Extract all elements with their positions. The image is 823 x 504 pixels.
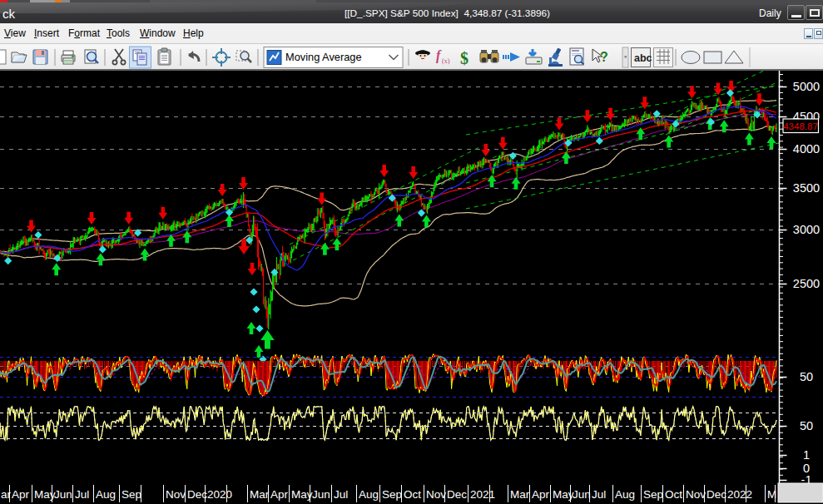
svg-text:Aug: Aug [359, 488, 379, 501]
svg-text:Jun: Jun [312, 488, 330, 501]
svg-text:Jul: Jul [592, 488, 606, 501]
svg-text:Aug: Aug [96, 488, 116, 501]
svg-text:Apr: Apr [270, 488, 289, 501]
svg-text:Dec: Dec [706, 488, 726, 501]
svg-text:Oct: Oct [404, 488, 421, 501]
svg-text:May: May [291, 488, 313, 501]
svg-text:Jul: Jul [75, 488, 89, 501]
svg-text:Nov: Nov [686, 488, 706, 501]
svg-text:5000: 5000 [793, 80, 820, 93]
svg-text:50: 50 [800, 419, 813, 432]
svg-text:4348.87: 4348.87 [783, 121, 818, 131]
svg-text:May: May [553, 488, 574, 501]
svg-text:Sep: Sep [382, 488, 402, 501]
svg-text:2022: 2022 [727, 488, 752, 501]
svg-text:ar: ar [1, 488, 12, 501]
svg-text:Jun: Jun [573, 488, 591, 501]
svg-text:2500: 2500 [793, 277, 820, 290]
svg-text:Aug: Aug [615, 488, 635, 501]
svg-text:Moving Average: Moving Average [285, 51, 362, 63]
svg-text:Dec: Dec [187, 488, 207, 501]
svg-text:Jun: Jun [54, 488, 72, 501]
svg-text:abc: abc [634, 52, 652, 64]
svg-text:Nov: Nov [426, 488, 446, 501]
svg-text:Jul: Jul [334, 488, 348, 501]
svg-text:2020: 2020 [207, 488, 232, 501]
svg-text:Apr: Apr [532, 488, 550, 501]
svg-text:?: ? [600, 50, 608, 64]
svg-text:Apr: Apr [12, 488, 30, 501]
svg-text:(x): (x) [442, 57, 450, 65]
svg-text:Mar: Mar [250, 488, 270, 501]
svg-text:2021: 2021 [470, 488, 495, 501]
svg-text:3000: 3000 [793, 223, 820, 236]
svg-text:Mar: Mar [510, 488, 530, 501]
svg-text:Nov: Nov [166, 488, 186, 501]
svg-text:Dec: Dec [447, 488, 467, 501]
svg-text:3500: 3500 [793, 181, 820, 195]
svg-text:Sep: Sep [643, 488, 663, 501]
svg-text:4000: 4000 [793, 142, 820, 156]
svg-text:50: 50 [800, 370, 813, 383]
svg-text:f: f [436, 48, 442, 63]
svg-text:M: M [767, 488, 776, 501]
svg-text:1: 1 [803, 448, 810, 462]
svg-text:Oct: Oct [665, 488, 682, 501]
svg-text:May: May [34, 488, 56, 501]
svg-text:Sep: Sep [121, 488, 141, 501]
svg-text:$: $ [460, 49, 469, 67]
